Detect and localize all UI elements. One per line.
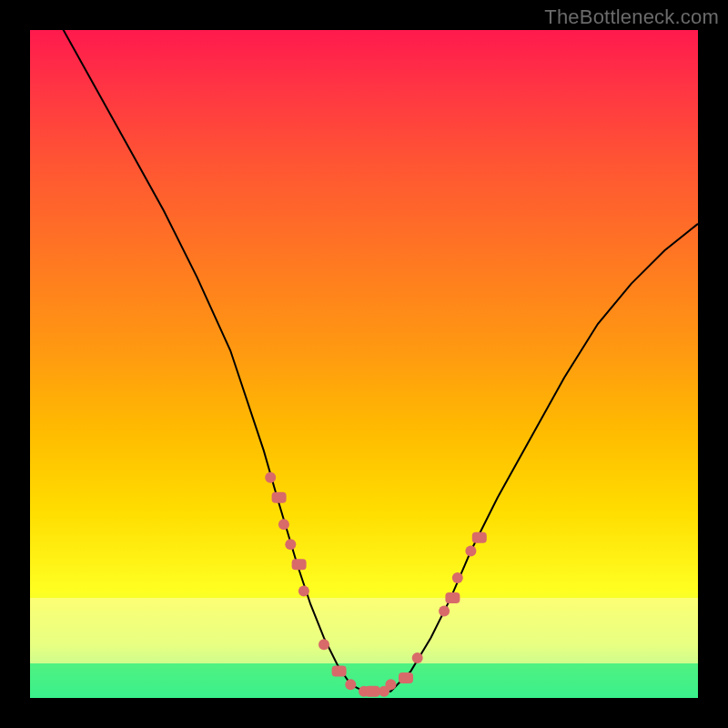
svg-rect-19 <box>472 532 487 543</box>
svg-rect-4 <box>292 559 307 570</box>
svg-rect-1 <box>272 492 287 503</box>
chart-frame: TheBottleneck.com <box>0 0 728 728</box>
bottleneck-curve <box>30 30 698 692</box>
svg-rect-7 <box>332 666 347 677</box>
svg-rect-10 <box>365 686 379 697</box>
svg-point-12 <box>385 679 396 690</box>
curve-layer <box>30 30 698 698</box>
svg-point-18 <box>465 546 476 557</box>
svg-rect-16 <box>445 592 460 603</box>
svg-point-8 <box>345 679 356 690</box>
svg-rect-13 <box>399 672 413 683</box>
highlight-beads <box>265 472 487 697</box>
svg-point-3 <box>285 539 296 550</box>
svg-point-17 <box>452 572 463 583</box>
svg-point-14 <box>412 652 423 663</box>
watermark-text: TheBottleneck.com <box>544 5 719 29</box>
svg-point-6 <box>318 639 329 650</box>
svg-point-2 <box>278 519 289 530</box>
svg-point-5 <box>298 586 309 597</box>
svg-point-0 <box>265 472 276 483</box>
svg-point-15 <box>439 606 450 617</box>
